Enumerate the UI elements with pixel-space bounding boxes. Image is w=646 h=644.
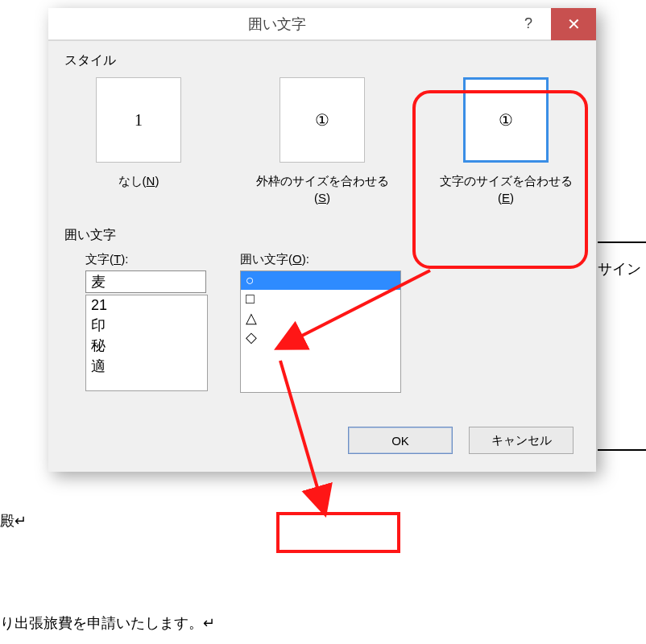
char-input[interactable] bbox=[85, 270, 206, 293]
style-caption-shrink: 外枠のサイズを合わせる(S) bbox=[250, 172, 395, 206]
ok-button[interactable]: OK bbox=[348, 427, 453, 454]
button-row: OK キャンセル bbox=[63, 427, 582, 454]
style-option-shrink[interactable]: ① 外枠のサイズを合わせる(S) bbox=[250, 77, 395, 206]
style-caption-none: なし(N) bbox=[118, 172, 159, 189]
list-item[interactable]: △ bbox=[241, 308, 400, 328]
char-label: 文字(T): bbox=[85, 249, 208, 270]
doc-text-body: り出張旅費を申請いたします。↵ bbox=[0, 613, 215, 633]
close-button[interactable]: ✕ bbox=[551, 8, 596, 40]
char-column: 文字(T): 21 印 秘 適 bbox=[85, 249, 208, 393]
annotation-ok-highlight bbox=[276, 512, 400, 553]
enclosure-column: 囲い文字(O): ○ □ △ ◇ bbox=[240, 249, 401, 393]
enclosure-listbox[interactable]: ○ □ △ ◇ bbox=[240, 270, 401, 393]
dialog-title: 囲い文字 bbox=[48, 14, 506, 34]
list-item[interactable]: 印 bbox=[86, 316, 207, 336]
list-item[interactable]: □ bbox=[241, 290, 400, 308]
list-item[interactable]: ◇ bbox=[241, 328, 400, 347]
char-listbox[interactable]: 21 印 秘 適 bbox=[85, 295, 208, 391]
annotation-style-highlight bbox=[412, 90, 588, 269]
list-item[interactable]: ○ bbox=[241, 271, 400, 290]
list-item[interactable]: 適 bbox=[86, 357, 207, 377]
list-item[interactable]: 秘 bbox=[86, 336, 207, 356]
doc-sign-cell: サイン bbox=[598, 242, 646, 451]
help-button[interactable]: ? bbox=[506, 8, 551, 40]
enclosure-label: 囲い文字(O): bbox=[240, 249, 401, 270]
list-item[interactable]: 21 bbox=[86, 295, 207, 316]
style-preview-none: 1 bbox=[96, 77, 181, 163]
cancel-button[interactable]: キャンセル bbox=[469, 427, 574, 454]
style-option-none[interactable]: 1 なし(N) bbox=[66, 77, 211, 206]
dialog-titlebar: 囲い文字 ? ✕ bbox=[48, 8, 596, 40]
style-section-label: スタイル bbox=[63, 51, 582, 71]
style-preview-shrink: ① bbox=[280, 77, 365, 163]
doc-text-dono: 殿↵ bbox=[0, 511, 27, 530]
